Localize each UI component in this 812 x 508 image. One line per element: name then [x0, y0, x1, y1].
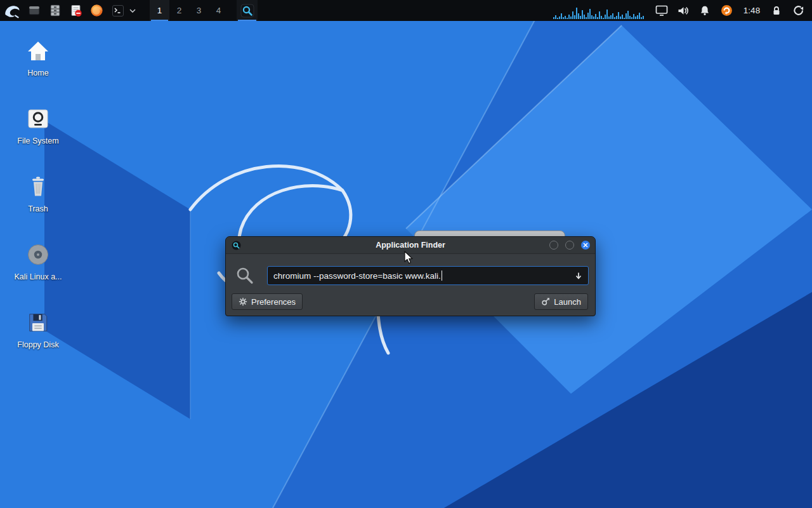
workspace-label: 4 [216, 6, 221, 15]
desktop-icon-home[interactable]: Home [3, 37, 73, 77]
desktop-icon-label: File System [17, 137, 58, 145]
workspace-button-4[interactable]: 4 [209, 0, 228, 21]
gear-icon [239, 297, 247, 306]
launch-label: Launch [554, 297, 581, 307]
drive-icon [26, 107, 50, 130]
top-panel: 1 2 3 4 [0, 0, 812, 21]
session-logout-button[interactable] [787, 0, 809, 21]
clock[interactable]: 1:48 [737, 6, 766, 15]
application-finder-icon [240, 4, 254, 18]
volume-tray[interactable] [672, 0, 694, 21]
workspace-label: 3 [197, 6, 202, 15]
terminal-icon [112, 4, 124, 17]
desktop-icon-label: Trash [28, 204, 48, 213]
workspace-button-3[interactable]: 3 [189, 0, 209, 21]
workspace-label: 2 [177, 6, 182, 15]
lock-icon [771, 5, 782, 16]
desktop-icon-label: Kali Linux a... [14, 272, 62, 281]
arrow-down-icon [575, 272, 582, 280]
maximize-button[interactable] [565, 241, 574, 250]
notifications-tray[interactable] [694, 0, 716, 21]
show-desktop-icon [28, 4, 41, 17]
logout-icon [792, 4, 804, 17]
cpu-graph[interactable] [553, 2, 647, 19]
text-editor-icon [70, 4, 82, 17]
updates-tray[interactable] [716, 0, 737, 21]
history-dropdown-button[interactable] [572, 267, 585, 284]
show-desktop-button[interactable] [23, 0, 44, 21]
desktop-icon-kali-linux[interactable]: Kali Linux a... [3, 241, 73, 281]
floppy-icon [27, 311, 49, 334]
firefox-launcher[interactable] [86, 0, 107, 21]
desktop-icon-label: Home [27, 69, 48, 77]
preferences-button[interactable]: Preferences [232, 293, 303, 310]
workspace-button-2[interactable]: 2 [169, 0, 189, 21]
dialog-buttons: Preferences Launch [226, 285, 595, 310]
chevron-down-icon [129, 9, 136, 13]
desktop-icon-floppy-disk[interactable]: Floppy Disk [3, 309, 73, 349]
window-controls [549, 241, 590, 250]
volume-icon [678, 5, 689, 17]
updates-icon [721, 4, 733, 17]
text-editor-launcher[interactable] [65, 0, 86, 21]
desktop-icon-label: Floppy Disk [17, 340, 58, 349]
search-icon [235, 266, 254, 285]
close-button[interactable] [581, 241, 590, 250]
home-icon [26, 40, 50, 62]
display-icon [655, 4, 668, 17]
trash-icon [26, 175, 50, 198]
launcher-menu-arrow[interactable] [128, 0, 137, 21]
desktop: 1 2 3 4 [0, 0, 812, 508]
workspace-label: 1 [157, 6, 162, 15]
workspace-switcher: 1 2 3 4 [150, 0, 228, 21]
close-icon [583, 243, 588, 248]
window-title: Application Finder [226, 241, 595, 250]
text-caret [442, 271, 442, 281]
search-text: chromium --password-store=basic www.kali… [273, 271, 441, 281]
minimize-button[interactable] [549, 241, 558, 250]
workspace-button-1[interactable]: 1 [150, 0, 169, 21]
preferences-label: Preferences [251, 297, 296, 307]
file-manager-launcher[interactable] [44, 0, 65, 21]
desktop-icon-trash[interactable]: Trash [3, 173, 73, 213]
mouse-cursor [404, 251, 414, 265]
applications-menu-button[interactable] [0, 0, 23, 21]
disc-icon [26, 243, 50, 267]
file-manager-icon [49, 4, 62, 17]
launch-button[interactable]: Launch [534, 293, 588, 310]
application-finder-window: Application Finder chromium --password-s… [225, 236, 596, 316]
search-input[interactable]: chromium --password-store=basic www.kali… [267, 266, 589, 285]
terminal-launcher[interactable] [107, 0, 128, 21]
launch-icon [541, 297, 550, 306]
notifications-icon [699, 5, 710, 17]
desktop-icon-file-system[interactable]: File System [3, 105, 73, 145]
display-settings-tray[interactable] [651, 0, 672, 21]
firefox-icon [90, 4, 103, 17]
taskbar-application-finder[interactable] [237, 0, 258, 21]
lock-screen-button[interactable] [766, 0, 787, 21]
kali-menu-icon [4, 3, 20, 18]
